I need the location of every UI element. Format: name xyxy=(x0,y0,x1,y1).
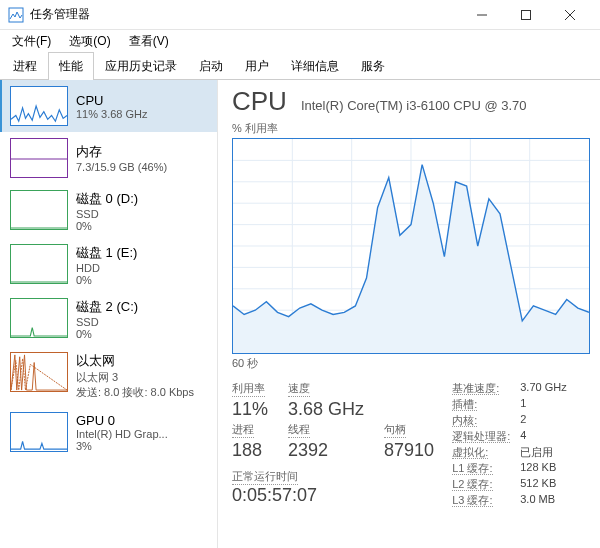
sidebar-item-label: 内存 xyxy=(76,143,167,161)
maximize-button[interactable] xyxy=(504,0,548,30)
tab-users[interactable]: 用户 xyxy=(234,52,280,80)
sidebar[interactable]: CPU 11% 3.68 GHz 内存 7.3/15.9 GB (46%) 磁盘… xyxy=(0,80,218,548)
stat-uptime-label: 正常运行时间 xyxy=(232,469,298,485)
sidebar-item-sub2: 发送: 8.0 接收: 8.0 Kbps xyxy=(76,385,194,400)
gpu-thumb-icon xyxy=(10,412,68,452)
stat-speed: 3.68 GHz xyxy=(288,399,364,420)
cpu-utilization-chart[interactable] xyxy=(232,138,590,354)
stat-virt-label: 虚拟化: xyxy=(452,446,488,459)
sidebar-item-label: 磁盘 2 (C:) xyxy=(76,298,138,316)
menu-file[interactable]: 文件(F) xyxy=(4,31,59,52)
sidebar-item-label: CPU xyxy=(76,93,148,108)
disk-thumb-icon xyxy=(10,190,68,230)
stat-proc: 188 xyxy=(232,440,268,461)
tab-services[interactable]: 服务 xyxy=(350,52,396,80)
detail-model: Intel(R) Core(TM) i3-6100 CPU @ 3.70 xyxy=(301,98,527,113)
stat-base-label: 基准速度: xyxy=(452,382,499,395)
sidebar-item-sub2: 3% xyxy=(76,440,168,452)
sidebar-item-disk2[interactable]: 磁盘 2 (C:) SSD 0% xyxy=(0,292,217,346)
stat-l1: 128 KB xyxy=(520,461,566,476)
stats-block: 利用率 速度 11% 3.68 GHz 进程 线程 句柄 188 2392 87… xyxy=(232,381,590,508)
stat-threads-label: 线程 xyxy=(288,422,310,438)
tabbar: 进程 性能 应用历史记录 启动 用户 详细信息 服务 xyxy=(0,52,600,80)
tab-startup[interactable]: 启动 xyxy=(188,52,234,80)
close-button[interactable] xyxy=(548,0,592,30)
sidebar-item-cpu[interactable]: CPU 11% 3.68 GHz xyxy=(0,80,217,132)
sidebar-item-disk0[interactable]: 磁盘 0 (D:) SSD 0% xyxy=(0,184,217,238)
menu-options[interactable]: 选项(O) xyxy=(61,31,118,52)
sidebar-item-sub: SSD xyxy=(76,316,138,328)
ethernet-thumb-icon xyxy=(10,352,68,392)
stat-virt: 已启用 xyxy=(520,445,566,460)
stat-cores-label: 内核: xyxy=(452,414,477,427)
tab-details[interactable]: 详细信息 xyxy=(280,52,350,80)
window-title: 任务管理器 xyxy=(30,6,460,23)
sidebar-item-label: 磁盘 0 (D:) xyxy=(76,190,138,208)
sidebar-item-memory[interactable]: 内存 7.3/15.9 GB (46%) xyxy=(0,132,217,184)
tab-app-history[interactable]: 应用历史记录 xyxy=(94,52,188,80)
stat-cores: 2 xyxy=(520,413,566,428)
sidebar-item-sub2: 0% xyxy=(76,274,137,286)
sidebar-item-gpu0[interactable]: GPU 0 Intel(R) HD Grap... 3% xyxy=(0,406,217,458)
memory-thumb-icon xyxy=(10,138,68,178)
stat-l2-label: L2 缓存: xyxy=(452,478,492,491)
stat-threads: 2392 xyxy=(288,440,364,461)
stat-speed-label: 速度 xyxy=(288,381,310,397)
stat-handles-label: 句柄 xyxy=(384,422,406,438)
disk-thumb-icon xyxy=(10,298,68,338)
menu-view[interactable]: 查看(V) xyxy=(121,31,177,52)
chart-y-label: % 利用率 xyxy=(232,121,590,136)
sidebar-item-sub2: 0% xyxy=(76,220,138,232)
sidebar-item-label: GPU 0 xyxy=(76,413,168,428)
stat-l3-label: L3 缓存: xyxy=(452,494,492,507)
chart-x-label: 60 秒 xyxy=(232,356,590,371)
sidebar-item-sub: HDD xyxy=(76,262,137,274)
detail-title: CPU xyxy=(232,86,287,117)
sidebar-item-sub: SSD xyxy=(76,208,138,220)
titlebar: 任务管理器 xyxy=(0,0,600,30)
sidebar-item-sub: 11% 3.68 GHz xyxy=(76,108,148,120)
sidebar-item-disk1[interactable]: 磁盘 1 (E:) HDD 0% xyxy=(0,238,217,292)
stat-handles: 87910 xyxy=(384,440,434,461)
stat-sockets: 1 xyxy=(520,397,566,412)
stat-util-label: 利用率 xyxy=(232,381,265,397)
stat-uptime: 0:05:57:07 xyxy=(232,485,434,506)
sidebar-item-label: 磁盘 1 (E:) xyxy=(76,244,137,262)
sidebar-item-sub: 以太网 3 xyxy=(76,370,194,385)
sidebar-item-sub2: 0% xyxy=(76,328,138,340)
stat-sockets-label: 插槽: xyxy=(452,398,477,411)
app-icon xyxy=(8,7,24,23)
stat-l2: 512 KB xyxy=(520,477,566,492)
stat-base: 3.70 GHz xyxy=(520,381,566,396)
tab-performance[interactable]: 性能 xyxy=(48,52,94,80)
stat-lp: 4 xyxy=(520,429,566,444)
stat-proc-label: 进程 xyxy=(232,422,254,438)
tab-processes[interactable]: 进程 xyxy=(2,52,48,80)
minimize-button[interactable] xyxy=(460,0,504,30)
menubar: 文件(F) 选项(O) 查看(V) xyxy=(0,30,600,52)
sidebar-item-ethernet[interactable]: 以太网 以太网 3 发送: 8.0 接收: 8.0 Kbps xyxy=(0,346,217,406)
sidebar-item-label: 以太网 xyxy=(76,352,194,370)
content: CPU 11% 3.68 GHz 内存 7.3/15.9 GB (46%) 磁盘… xyxy=(0,80,600,548)
stat-l1-label: L1 缓存: xyxy=(452,462,492,475)
sidebar-item-sub: 7.3/15.9 GB (46%) xyxy=(76,161,167,173)
detail-pane: CPU Intel(R) Core(TM) i3-6100 CPU @ 3.70… xyxy=(218,80,600,548)
stat-lp-label: 逻辑处理器: xyxy=(452,430,510,443)
sidebar-item-sub: Intel(R) HD Grap... xyxy=(76,428,168,440)
stat-util: 11% xyxy=(232,399,268,420)
svg-rect-2 xyxy=(522,10,531,19)
stat-l3: 3.0 MB xyxy=(520,493,566,508)
disk-thumb-icon xyxy=(10,244,68,284)
cpu-thumb-icon xyxy=(10,86,68,126)
